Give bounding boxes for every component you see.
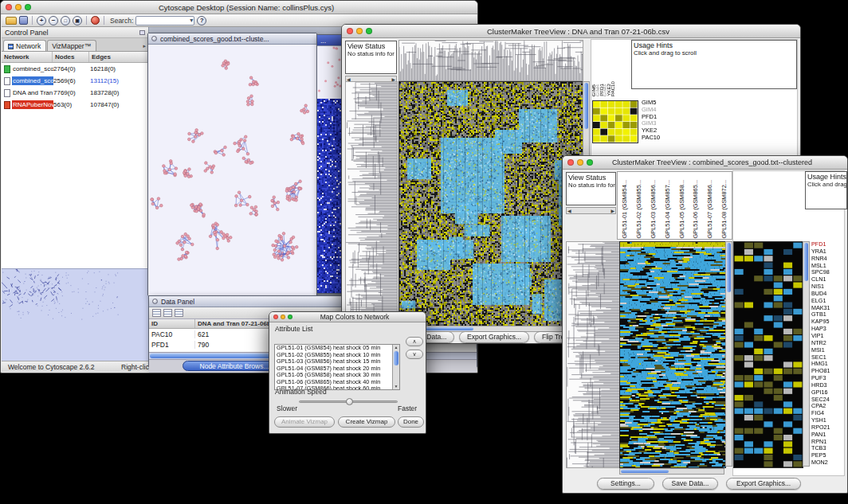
list-vscrollbar[interactable]: ▲ ▼	[392, 345, 399, 389]
zoom-vscrollbar[interactable]	[803, 241, 810, 467]
export-graphics-button[interactable]: Export Graphics...	[726, 478, 801, 490]
network-overview-canvas[interactable]	[2, 269, 147, 360]
network-row[interactable]: combined_scores2764(0)16218(0)	[2, 63, 148, 75]
frame-icon	[152, 299, 158, 304]
gene-dendrogram[interactable]	[566, 241, 620, 468]
scroll-up-icon[interactable]: ▲	[393, 345, 399, 350]
attribute-listbox[interactable]: GPL51-01 (GSM854) heat shock 05 minGPL51…	[274, 344, 400, 390]
tab-vizmapper[interactable]: VizMapper™	[47, 40, 96, 51]
move-up-button[interactable]: ∧	[406, 337, 423, 346]
column-labels: GIM5GIM4PFD1GIM3YKE2PAC10	[592, 41, 616, 96]
scroll-down-icon[interactable]: ▼	[393, 384, 399, 389]
column-labels: GPL51-01 (GSM854...GPL51-02 (GSM855...GP…	[617, 171, 732, 240]
animation-speed-slider[interactable]	[299, 400, 398, 403]
attribute-list-label: Attribute List	[275, 325, 312, 333]
treeview-dna-titlebar[interactable]: ClusterMaker TreeView : DNA and Tran 07-…	[342, 25, 800, 38]
rotlab2-item: GPL51-08 (GSM872...	[717, 180, 732, 239]
correlation-matrix[interactable]	[592, 100, 638, 143]
network-row[interactable]: DNA and Tran 07769(0)183728(0)	[2, 87, 148, 99]
zoom-out-icon[interactable]	[49, 16, 58, 25]
background-network-canvas[interactable]	[317, 46, 344, 293]
minimize-button[interactable]	[577, 159, 583, 166]
gene1-item[interactable]: PAC10	[642, 135, 677, 142]
maximize-button[interactable]	[25, 4, 31, 10]
status-scrollbar[interactable]: ◀▶	[566, 207, 616, 214]
heatmap-vscrollbar[interactable]	[725, 241, 732, 467]
close-button[interactable]	[6, 4, 12, 10]
usage-hints-title: Usage Hints	[634, 41, 795, 49]
slider-thumb[interactable]	[346, 398, 353, 405]
maximize-button[interactable]	[288, 315, 292, 319]
zoom-fit-icon[interactable]	[73, 16, 82, 25]
treeview-dna-title: ClusterMaker TreeView : DNA and Tran 07-…	[361, 27, 795, 36]
zoom-in-icon[interactable]	[37, 16, 46, 25]
close-button[interactable]	[273, 315, 278, 319]
col-network[interactable]: Network	[2, 52, 53, 62]
settings-button[interactable]: Settings...	[597, 478, 654, 490]
background-view-titlebar[interactable]: ...	[317, 35, 344, 46]
save-data-button[interactable]: Save Data...	[662, 478, 718, 490]
network-view-title: combined_scores_good.txt--cluste...	[160, 35, 269, 43]
save-session-icon[interactable]	[19, 16, 28, 25]
network-graph-canvas[interactable]	[148, 45, 316, 295]
minimize-button[interactable]	[281, 315, 285, 319]
tab-network-label: Network	[16, 42, 41, 50]
network-file-icon	[4, 65, 10, 73]
slower-label: Slower	[277, 404, 297, 412]
main-titlebar[interactable]: Cytoscape Desktop (Session Name: collins…	[1, 1, 477, 14]
select-attributes-icon[interactable]	[152, 309, 161, 317]
column-dendrogram[interactable]	[398, 40, 583, 81]
scrollbar-thumb[interactable]	[804, 243, 808, 281]
treeview-combined-titlebar[interactable]: ClusterMaker TreeView : combined_scores_…	[563, 156, 847, 170]
network-table-header: Network Nodes Edges	[2, 52, 148, 63]
done-button[interactable]: Done	[398, 416, 424, 428]
heatmap-global-view[interactable]	[619, 241, 726, 468]
close-button[interactable]	[347, 28, 353, 34]
network-nodes: 2764(0)	[53, 65, 90, 72]
heatmap-hscrollbar[interactable]	[619, 468, 724, 475]
minimize-button[interactable]	[15, 4, 22, 10]
control-panel-title: Control Panel	[5, 29, 49, 37]
network-name: DNA and Tran 0	[12, 88, 53, 97]
gene-dendrogram[interactable]	[345, 81, 398, 326]
gene2-item[interactable]: MON2	[811, 459, 848, 467]
annotation-icon[interactable]	[91, 16, 100, 25]
minimize-button[interactable]	[356, 28, 363, 34]
search-input[interactable]	[135, 16, 194, 25]
treeview-combined-title: ClusterMaker TreeView : combined_scores_…	[582, 158, 842, 166]
zoom-selected-icon[interactable]	[61, 16, 70, 25]
animate-vizmap-button[interactable]: Animate Vizmap	[274, 416, 335, 428]
tab-network[interactable]: Network	[3, 40, 46, 51]
scrollbar-thumb[interactable]	[394, 351, 398, 365]
map-colors-dialog: Map Colors to Network Attribute List GPL…	[269, 311, 426, 434]
delete-attribute-icon[interactable]	[175, 309, 183, 317]
network-row[interactable]: RNAPuberNov2+563(0)107847(0)	[2, 99, 148, 111]
network-row[interactable]: combined_sco2569(6)13112(15)	[2, 75, 148, 87]
col-edges[interactable]: Edges	[89, 52, 148, 62]
export-graphics-button[interactable]: Export Graphics...	[459, 331, 529, 343]
create-vizmap-button[interactable]: Create Vizmap	[338, 416, 395, 428]
scrollbar-thumb[interactable]	[727, 243, 731, 292]
maximize-button[interactable]	[366, 28, 372, 34]
close-button[interactable]	[567, 159, 574, 166]
float-panel-icon[interactable]	[139, 30, 145, 35]
scrollbar-thumb[interactable]	[621, 470, 669, 473]
maximize-button[interactable]	[587, 159, 593, 166]
heatmap-zoom-view[interactable]	[733, 241, 803, 468]
help-icon[interactable]	[197, 16, 206, 25]
open-session-icon[interactable]	[6, 17, 17, 25]
network-overview-pane[interactable]	[2, 268, 148, 361]
col-nodes[interactable]: Nodes	[53, 52, 89, 62]
create-attribute-icon[interactable]	[163, 309, 172, 317]
network-table: combined_scores2764(0)16218(0)combined_s…	[2, 63, 148, 111]
col-id[interactable]: ID	[149, 319, 195, 328]
window-controls	[269, 315, 292, 319]
treeview-combined-window: ClusterMaker TreeView : combined_scores_…	[562, 155, 848, 494]
scrollbar-thumb[interactable]	[584, 83, 588, 129]
view-status-panel: View Status No status info for this view	[566, 172, 616, 205]
heatmap-global-view[interactable]	[398, 81, 583, 326]
dialog-titlebar[interactable]: Map Colors to Network	[269, 312, 426, 322]
network-tree-area	[2, 111, 148, 268]
move-down-button[interactable]: ∨	[406, 350, 423, 359]
network-file-icon	[4, 89, 10, 97]
